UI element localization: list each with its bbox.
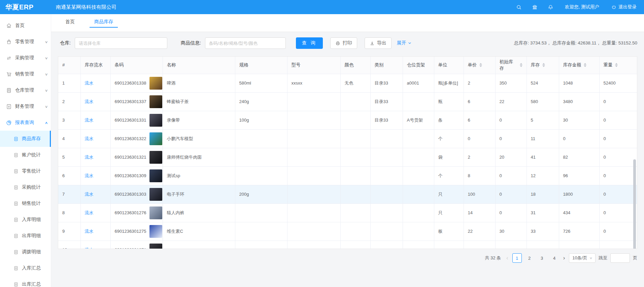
stock-flow-link[interactable]: 流水 — [85, 192, 94, 197]
page-number-button[interactable]: 1 — [512, 253, 522, 263]
print-button[interactable]: 打印 — [330, 37, 357, 49]
cell-shelf — [403, 129, 434, 148]
cell-price: 2 — [464, 74, 495, 92]
page-number-button[interactable]: 3 — [537, 253, 547, 263]
table-row[interactable]: 3 流水 6901236301331 录像带 100g — [58, 111, 637, 129]
jump-page-input[interactable] — [610, 253, 630, 263]
cell-stock-amount: 434 — [559, 203, 599, 222]
cell-unit: 袋 — [434, 148, 464, 166]
cell-category: 目录33 — [370, 111, 403, 129]
cell-unit: 只 — [434, 185, 464, 203]
cell-stock-amount: 30 — [559, 111, 599, 129]
sidebar-item-label: 账户统计 — [22, 152, 41, 158]
table-row[interactable]: 6 流水 6901236301309 测试sp — [58, 166, 637, 185]
sort-caret-icon[interactable] — [542, 63, 545, 67]
table-row[interactable]: 1 流水 6901236301338 啤酒 580ml — [58, 74, 637, 92]
page-size-select[interactable]: 10条/页 ∨ — [569, 253, 596, 263]
cell-weight: 0 — [599, 203, 637, 222]
bell-icon[interactable] — [548, 4, 553, 10]
tab[interactable]: 商品库存 — [89, 16, 118, 28]
sidebar-item[interactable]: 入库汇总 — [0, 260, 51, 276]
sidebar-item[interactable]: 入库明细 — [0, 212, 51, 228]
prev-page-button[interactable]: ‹ — [505, 254, 509, 262]
warehouse-select-input[interactable] — [75, 37, 167, 49]
sidebar-item[interactable]: 仓库管理 — [0, 82, 51, 98]
sidebar-item[interactable]: 报表查询 — [0, 115, 51, 131]
doc-icon — [13, 282, 19, 287]
stock-flow-link[interactable]: 流水 — [85, 99, 94, 104]
table-scrollbar[interactable] — [633, 159, 636, 249]
sidebar-item[interactable]: 商品库存 — [0, 131, 51, 147]
product-thumbnail[interactable] — [149, 132, 162, 145]
sidebar-item[interactable]: 零售管理 — [0, 34, 51, 50]
column-header: 名称 — [163, 57, 235, 74]
cell-shelf — [403, 148, 434, 166]
product-thumbnail[interactable] — [149, 244, 162, 249]
sidebar-item[interactable]: 出库汇总 — [0, 276, 51, 287]
printer-icon — [335, 41, 340, 46]
table-row[interactable]: 2 流水 6901236301337 蜂蜜柚子茶 240g — [58, 92, 637, 111]
stock-flow-link[interactable]: 流水 — [85, 173, 94, 178]
sidebar-item[interactable]: 账户统计 — [0, 147, 51, 163]
next-page-button[interactable]: › — [562, 254, 566, 262]
sidebar-item[interactable]: 财务管理 — [0, 98, 51, 115]
sort-caret-icon[interactable] — [615, 63, 618, 67]
cell-color — [340, 203, 370, 222]
app-logo: 华夏ERP — [0, 3, 51, 12]
doc-icon — [13, 185, 19, 190]
product-thumbnail[interactable] — [149, 188, 162, 201]
table-row[interactable]: 5 流水 6901236301321 康师傅红烧牛肉面 — [58, 148, 637, 166]
bank-icon[interactable] — [532, 4, 538, 10]
stock-flow-link[interactable]: 流水 — [85, 229, 94, 234]
sidebar: 首页 零售管理 采购管理 销售管理 — [0, 14, 51, 287]
table-row[interactable]: 10 流水 6901236301271 — [58, 241, 637, 249]
sidebar-item[interactable]: 零售统计 — [0, 163, 51, 179]
sort-caret-icon[interactable] — [584, 63, 586, 67]
stock-flow-link[interactable]: 流水 — [85, 136, 94, 141]
sidebar-item[interactable]: 出库明细 — [0, 228, 51, 244]
sidebar-item[interactable]: 销售统计 — [0, 195, 51, 212]
sidebar-item[interactable]: 采购统计 — [0, 179, 51, 195]
cell-category: 目录33 — [370, 74, 403, 92]
sidebar-item[interactable]: 采购管理 — [0, 50, 51, 66]
product-thumbnail[interactable] — [149, 151, 162, 164]
export-button[interactable]: 导出 — [365, 37, 392, 49]
product-info-input[interactable] — [205, 37, 286, 49]
table-row[interactable]: 8 流水 6901236301276 猫人内裤 — [58, 203, 637, 222]
page-number-button[interactable]: 2 — [525, 253, 534, 263]
stock-flow-link[interactable]: 流水 — [85, 118, 94, 123]
stock-flow-link[interactable]: 流水 — [85, 81, 94, 86]
sidebar-item[interactable]: 首页 — [0, 18, 51, 34]
chevron-icon — [44, 105, 48, 108]
sidebar-item[interactable]: 调拨明细 — [0, 244, 51, 260]
stock-flow-link[interactable]: 流水 — [85, 247, 94, 249]
product-thumbnail[interactable] — [149, 114, 162, 127]
cell-stock-amount — [559, 241, 599, 249]
search-button[interactable]: 查 询 — [296, 37, 323, 49]
cell-price: 8 — [464, 166, 495, 185]
table-row[interactable]: 4 流水 6901236301322 小鹏汽车模型 — [58, 129, 637, 148]
table-row[interactable]: 9 流水 6901236301275 维生素C — [58, 222, 637, 241]
expand-toggle[interactable]: 展开 — [397, 40, 412, 46]
cell-price: 6 — [464, 92, 495, 111]
product-thumbnail[interactable] — [149, 95, 162, 108]
stock-flow-link[interactable]: 流水 — [85, 155, 94, 160]
search-icon[interactable] — [516, 4, 522, 10]
product-thumbnail[interactable] — [149, 206, 162, 219]
cell-barcode: 6901236301322 — [115, 136, 146, 141]
sort-caret-icon[interactable] — [479, 63, 482, 67]
cell-index: 2 — [58, 92, 80, 111]
table-row[interactable]: 7 流水 6901236301303 电子手环 200g — [58, 185, 637, 203]
tab[interactable]: 首页 — [60, 16, 80, 28]
product-thumbnail[interactable] — [149, 169, 162, 182]
product-thumbnail[interactable] — [149, 225, 162, 238]
filter-toolbar: 仓库: 商品信息: 查 询 打印 导出 展开 总库存: 3734.53， 总库存… — [58, 37, 637, 49]
sort-caret-icon[interactable] — [520, 63, 522, 67]
logout-button[interactable]: 退出登录 — [611, 4, 637, 10]
stock-flow-link[interactable]: 流水 — [85, 210, 94, 215]
sidebar-item[interactable]: 销售管理 — [0, 66, 51, 82]
cell-model — [287, 148, 340, 166]
product-thumbnail[interactable] — [149, 77, 162, 90]
page-number-button[interactable]: 4 — [550, 253, 559, 263]
cell-name: 小鹏汽车模型 — [163, 129, 235, 148]
